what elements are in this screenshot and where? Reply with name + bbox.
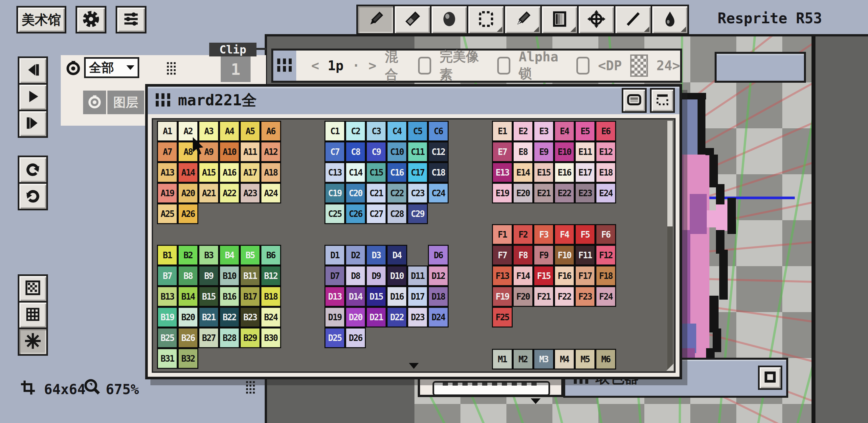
frame-tab-1[interactable]: 1 (221, 57, 251, 82)
swatch-F17[interactable]: F17 (575, 265, 595, 286)
swatch-B6[interactable]: B6 (260, 245, 281, 265)
dp-right-label[interactable]: 24> (656, 58, 680, 73)
swatch-C11[interactable]: C11 (407, 141, 428, 162)
settings-button[interactable] (75, 6, 106, 33)
swatch-C3[interactable]: C3 (366, 121, 386, 141)
burst-button[interactable] (18, 327, 48, 356)
swatch-F2[interactable]: F2 (513, 224, 533, 245)
grid-button[interactable] (18, 301, 48, 329)
swatch-M5[interactable]: M5 (575, 349, 595, 369)
swatch-E21[interactable]: E21 (533, 183, 554, 203)
dither-button[interactable] (18, 274, 48, 302)
tool-select-button[interactable] (467, 5, 505, 35)
swatch-C12[interactable]: C12 (428, 141, 448, 162)
palette-scrollbar-thumb[interactable] (667, 121, 673, 226)
layer-visibility-toggle[interactable] (83, 91, 106, 114)
swatch-B31[interactable]: B31 (157, 348, 178, 369)
swatch-E14[interactable]: E14 (513, 162, 533, 183)
swatch-A16[interactable]: A16 (219, 162, 240, 183)
swatch-A25[interactable]: A25 (157, 203, 178, 224)
swatch-E5[interactable]: E5 (575, 121, 595, 141)
swatch-B18[interactable]: B18 (260, 286, 281, 307)
swatch-F23[interactable]: F23 (575, 286, 595, 307)
swatch-E23[interactable]: E23 (575, 183, 595, 203)
swatch-B9[interactable]: B9 (198, 265, 219, 286)
swatch-B5[interactable]: B5 (240, 245, 260, 265)
swatch-C28[interactable]: C28 (386, 203, 407, 224)
swatch-C29[interactable]: C29 (407, 203, 428, 224)
swatch-A20[interactable]: A20 (178, 183, 198, 203)
swatch-B16[interactable]: B16 (219, 286, 240, 307)
swatch-B12[interactable]: B12 (260, 265, 281, 286)
swatch-C19[interactable]: C19 (324, 183, 345, 203)
swatch-F22[interactable]: F22 (554, 286, 575, 307)
swatch-A14[interactable]: A14 (178, 162, 198, 183)
swatch-B28[interactable]: B28 (219, 327, 240, 348)
swatch-D6[interactable]: D6 (428, 245, 448, 265)
swatch-E18[interactable]: E18 (595, 162, 616, 183)
swatch-B24[interactable]: B24 (260, 307, 281, 327)
swatch-C8[interactable]: C8 (345, 141, 366, 162)
swatch-F13[interactable]: F13 (492, 265, 513, 286)
swatch-F1[interactable]: F1 (492, 224, 513, 245)
swatch-B13[interactable]: B13 (157, 286, 178, 307)
swatch-D19[interactable]: D19 (324, 307, 345, 327)
swatch-D14[interactable]: D14 (345, 286, 366, 307)
swatch-B23[interactable]: B23 (240, 307, 260, 327)
swatch-F11[interactable]: F11 (575, 245, 595, 265)
swatch-E12[interactable]: E12 (595, 141, 616, 162)
swatch-B14[interactable]: B14 (178, 286, 198, 307)
swatch-C15[interactable]: C15 (366, 162, 386, 183)
swatch-E8[interactable]: E8 (513, 141, 533, 162)
swatch-D25[interactable]: D25 (324, 327, 345, 348)
frame-next-arrow[interactable]: > (369, 58, 376, 73)
swatch-M6[interactable]: M6 (595, 349, 616, 369)
swatch-E20[interactable]: E20 (513, 183, 533, 203)
dp-pattern-chip[interactable] (630, 55, 648, 77)
swatch-C16[interactable]: C16 (386, 162, 407, 183)
swatch-B17[interactable]: B17 (240, 286, 260, 307)
text-input[interactable] (433, 381, 550, 396)
swatch-E10[interactable]: E10 (554, 141, 575, 162)
next-frame-button[interactable] (18, 109, 48, 138)
redo-button[interactable] (18, 182, 48, 210)
swatch-B7[interactable]: B7 (157, 265, 178, 286)
swatch-B19[interactable]: B19 (157, 307, 178, 327)
swatch-F16[interactable]: F16 (554, 265, 575, 286)
swatch-D23[interactable]: D23 (407, 307, 428, 327)
swatch-C10[interactable]: C10 (386, 141, 407, 162)
layer-filter-dropdown[interactable]: 全部 (84, 57, 139, 78)
swatch-D12[interactable]: D12 (428, 265, 448, 286)
swatch-A21[interactable]: A21 (198, 183, 219, 203)
swatch-D11[interactable]: D11 (407, 265, 428, 286)
swatch-D9[interactable]: D9 (366, 265, 386, 286)
swatch-A23[interactable]: A23 (240, 183, 260, 203)
layer-row[interactable]: 图层 (107, 91, 144, 114)
swatch-F25[interactable]: F25 (492, 307, 513, 327)
swatch-C2[interactable]: C2 (345, 121, 366, 141)
swatch-E11[interactable]: E11 (575, 141, 595, 162)
swatch-D22[interactable]: D22 (386, 307, 407, 327)
swatch-D17[interactable]: D17 (407, 286, 428, 307)
swatch-E7[interactable]: E7 (492, 141, 513, 162)
swatch-B30[interactable]: B30 (260, 327, 281, 348)
swatch-B32[interactable]: B32 (178, 348, 198, 369)
swatch-F5[interactable]: F5 (575, 224, 595, 245)
swatch-F3[interactable]: F3 (533, 224, 554, 245)
palette-titlebar[interactable]: mard221全 (148, 87, 680, 114)
clip-tab[interactable]: Clip (209, 43, 256, 57)
palette-scrollbar[interactable] (667, 121, 673, 369)
picker-expand-button[interactable] (758, 365, 782, 390)
swatch-E6[interactable]: E6 (595, 121, 616, 141)
swatch-E1[interactable]: E1 (492, 121, 513, 141)
swatch-B21[interactable]: B21 (198, 307, 219, 327)
swatch-E17[interactable]: E17 (575, 162, 595, 183)
swatch-C27[interactable]: C27 (366, 203, 386, 224)
swatch-C1[interactable]: C1 (324, 121, 345, 141)
swatch-E22[interactable]: E22 (554, 183, 575, 203)
gallery-button[interactable]: 美术馆 (17, 6, 66, 33)
swatch-A12[interactable]: A12 (260, 141, 281, 162)
frame-prev-arrow[interactable]: < (311, 58, 319, 73)
swatch-F9[interactable]: F9 (533, 245, 554, 265)
undo-button[interactable] (18, 156, 48, 184)
